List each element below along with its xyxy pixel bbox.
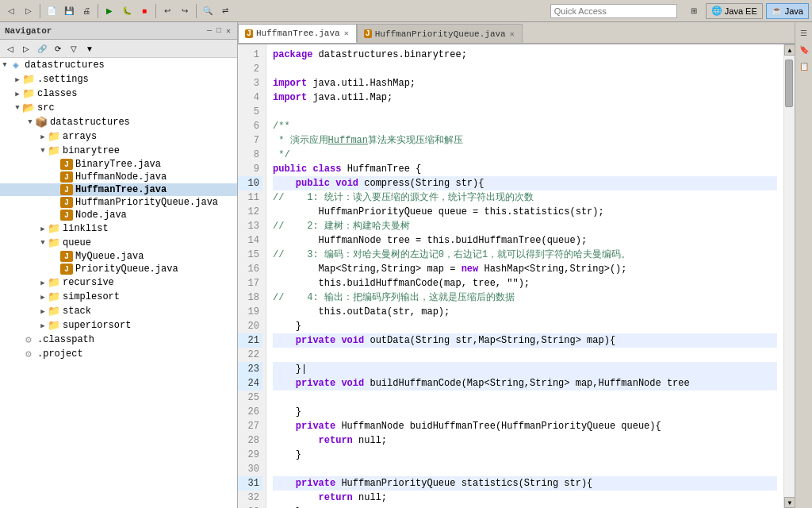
- tree-toggle-simplesort[interactable]: ▶: [38, 292, 48, 302]
- line-number-10: 10: [238, 176, 262, 190]
- tab-huffman-tree[interactable]: JHuffmanTree.java✕: [238, 24, 357, 43]
- tree-toggle-src[interactable]: ▼: [13, 103, 22, 113]
- token: [273, 276, 319, 291]
- tree-toggle-classes[interactable]: ▶: [13, 89, 22, 98]
- tree-toggle-BinaryTree.java[interactable]: [51, 160, 60, 169]
- toolbar-btn-save[interactable]: 💾: [61, 3, 77, 19]
- tree-item-HuffmanPriorityQueue.java[interactable]: JHuffmanPriorityQueue.java: [0, 196, 237, 209]
- tree-item-Node.java[interactable]: JNode.java: [0, 209, 237, 221]
- tree-toggle-queue[interactable]: ▼: [38, 238, 48, 248]
- tree-item-settings[interactable]: ▶📁.settings: [0, 72, 237, 87]
- line-number-16: 16: [238, 262, 262, 276]
- tree-toggle-HuffmanTree.java[interactable]: [51, 185, 60, 194]
- editor-area: JHuffmanTree.java✕JHuffmanPriorityQueue.…: [238, 22, 795, 508]
- tree-item-classes[interactable]: ▶📁classes: [0, 87, 237, 101]
- tree-toggle-MyQueue.java[interactable]: [51, 252, 60, 261]
- tree-toggle-project-file[interactable]: [13, 349, 22, 359]
- toolbar-btn-undo[interactable]: ↩: [159, 3, 175, 19]
- code-editor[interactable]: package datastructures.binarytree; impor…: [266, 44, 783, 508]
- toolbar-btn-new[interactable]: 📄: [44, 3, 59, 19]
- tree-item-recursive[interactable]: ▶📁recursive: [0, 275, 237, 290]
- tree-item-binarytree[interactable]: ▼📁binarytree: [0, 144, 237, 158]
- scroll-down-btn[interactable]: ▼: [784, 497, 795, 508]
- scroll-up-btn[interactable]: ▲: [784, 44, 795, 56]
- scroll-track[interactable]: [784, 56, 795, 497]
- nav-sync-btn[interactable]: ⟳: [51, 41, 65, 56]
- nav-collapse-btn[interactable]: ◁: [3, 41, 17, 56]
- line-number-3: 3: [238, 76, 262, 90]
- toolbar-btn-2[interactable]: ▷: [21, 3, 36, 19]
- toolbar-btn-search[interactable]: 🔍: [200, 3, 216, 19]
- tree-item-stack[interactable]: ▶📁stack: [0, 304, 237, 318]
- token: 算法来实现压缩和解压: [368, 133, 463, 148]
- navigator-toolbar: ◁ ▷ 🔗 ⟳ ▽ ▼: [0, 40, 237, 58]
- tree-item-arrays[interactable]: ▶📁arrays: [0, 129, 237, 144]
- quick-access-area: [550, 4, 677, 18]
- code-line-23: }|: [273, 362, 777, 376]
- token: Huffman: [328, 133, 368, 148]
- perspective-java-ee-btn[interactable]: 🌐 Java EE: [706, 3, 763, 19]
- tree-toggle-Node.java[interactable]: [51, 210, 60, 220]
- tree-item-project-file[interactable]: ⚙.project: [0, 347, 237, 361]
- token: this: [484, 205, 507, 219]
- navigator-minimize-btn[interactable]: —: [205, 26, 213, 36]
- tree-toggle-PriorityQueue.java[interactable]: [51, 264, 60, 274]
- line-number-4: 4: [238, 90, 262, 105]
- tree-label-BinaryTree.java: BinaryTree.java: [75, 159, 161, 170]
- scroll-thumb[interactable]: [785, 60, 793, 107]
- token: [273, 491, 319, 505]
- main-toolbar: ◁ ▷ 📄 💾 🖨 ▶ 🐛 ■ ↩ ↪ 🔍 ⇌ ⊞ 🌐 Java EE ☕ Ja…: [0, 0, 812, 22]
- toolbar-btn-print[interactable]: 🖨: [79, 3, 94, 19]
- tree-item-simplesort[interactable]: ▶📁simplesort: [0, 290, 237, 304]
- token: HuffmanTree: [347, 162, 416, 176]
- navigator-close-btn[interactable]: ✕: [224, 26, 232, 36]
- nav-filter-btn[interactable]: ▽: [67, 41, 81, 56]
- nav-link-btn[interactable]: 🔗: [35, 41, 49, 56]
- code-line-7: * 演示应用Huffman算法来实现压缩和解压: [273, 133, 777, 148]
- properties-btn[interactable]: 📋: [797, 59, 811, 73]
- tree-item-superiorsort[interactable]: ▶📁superiorsort: [0, 318, 237, 333]
- tree-toggle-settings[interactable]: ▶: [13, 75, 22, 84]
- toolbar-btn-run[interactable]: ▶: [102, 3, 117, 19]
- tree-icon-java: J: [60, 197, 73, 208]
- nav-menu-btn[interactable]: ▼: [82, 41, 97, 56]
- toolbar-btn-1[interactable]: ◁: [3, 3, 19, 19]
- toolbar-btn-debug[interactable]: 🐛: [119, 3, 135, 19]
- tree-item-MyQueue.java[interactable]: JMyQueue.java: [0, 250, 237, 263]
- tree-item-queue[interactable]: ▼📁queue: [0, 236, 237, 250]
- tree-toggle-stack[interactable]: ▶: [38, 306, 48, 316]
- task-list-btn[interactable]: ☰: [797, 25, 811, 40]
- perspective-open-btn[interactable]: ⊞: [685, 3, 703, 19]
- tree-item-PriorityQueue.java[interactable]: JPriorityQueue.java: [0, 263, 237, 275]
- tree-item-linklist[interactable]: ▶📁linklist: [0, 221, 237, 236]
- tab-huffman-pq[interactable]: JHuffmanPriorityQueue.java✕: [357, 24, 523, 43]
- toolbar-btn-stop[interactable]: ■: [136, 3, 152, 19]
- toolbar-btn-ref[interactable]: ⇌: [217, 3, 233, 19]
- toolbar-btn-redo[interactable]: ↪: [177, 3, 193, 19]
- tree-toggle-src-datastructures[interactable]: ▼: [25, 117, 35, 127]
- tree-icon-classpath: ⚙: [22, 348, 35, 360]
- tab-close-huffman-tree[interactable]: ✕: [343, 29, 350, 38]
- tree-toggle-superiorsort[interactable]: ▶: [38, 321, 48, 330]
- perspective-java-btn[interactable]: ☕ Java: [766, 3, 809, 19]
- nav-expand-btn[interactable]: ▷: [19, 41, 33, 56]
- tree-item-datastructures-project[interactable]: ▼◈datastructures: [0, 58, 237, 72]
- tab-close-huffman-pq[interactable]: ✕: [509, 29, 515, 39]
- tree-item-BinaryTree.java[interactable]: JBinaryTree.java: [0, 158, 237, 171]
- tree-toggle-HuffmanNode.java[interactable]: [51, 172, 60, 182]
- tree-item-src[interactable]: ▼📂src: [0, 101, 237, 115]
- tree-toggle-classpath[interactable]: [13, 335, 22, 344]
- quick-access-input[interactable]: [550, 4, 677, 18]
- tree-item-src-datastructures[interactable]: ▼📦datastructures: [0, 115, 237, 129]
- tree-item-HuffmanNode.java[interactable]: JHuffmanNode.java: [0, 171, 237, 183]
- tree-item-classpath[interactable]: ⚙.classpath: [0, 333, 237, 347]
- tree-item-HuffmanTree.java[interactable]: JHuffmanTree.java: [0, 183, 237, 196]
- tree-toggle-binarytree[interactable]: ▼: [38, 146, 48, 156]
- tree-toggle-HuffmanPriorityQueue.java[interactable]: [51, 198, 60, 207]
- navigator-maximize-btn[interactable]: □: [215, 26, 223, 36]
- tree-toggle-recursive[interactable]: ▶: [38, 278, 48, 287]
- tree-toggle-datastructures-project[interactable]: ▼: [0, 60, 10, 70]
- tree-toggle-arrays[interactable]: ▶: [38, 132, 48, 141]
- tree-toggle-linklist[interactable]: ▶: [38, 224, 48, 233]
- bookmark-btn[interactable]: 🔖: [797, 42, 811, 56]
